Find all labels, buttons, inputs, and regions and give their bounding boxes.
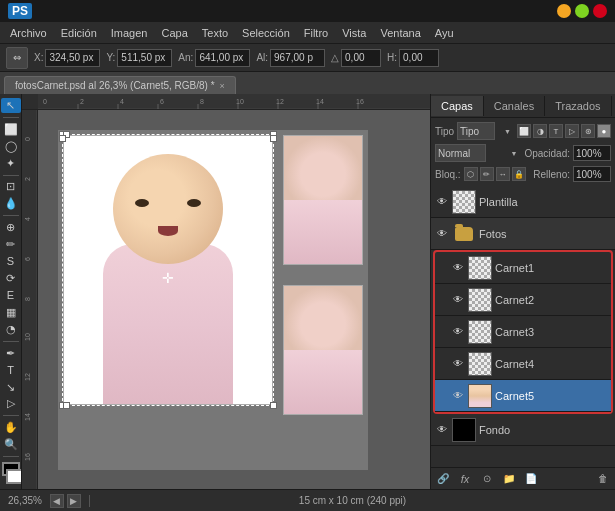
panel-more-button[interactable]: » (612, 96, 615, 115)
tool-brush[interactable]: ✏ (1, 237, 21, 252)
tool-crop[interactable]: ⊡ (1, 179, 21, 194)
layer-item[interactable]: 👁Carnet5 (435, 380, 611, 412)
ruler-top: 0 2 4 6 8 10 12 14 16 (22, 94, 430, 110)
new-group-button[interactable]: 📁 (501, 471, 517, 487)
svg-text:14: 14 (24, 413, 31, 421)
opacity-input[interactable] (573, 145, 611, 161)
tool-zoom[interactable]: 🔍 (1, 437, 21, 452)
menu-item-capa[interactable]: Capa (155, 25, 193, 41)
svg-text:16: 16 (24, 453, 31, 461)
layer-item[interactable]: 👁Fondo (431, 414, 615, 446)
layer-visibility-icon[interactable]: 👁 (435, 423, 449, 437)
maximize-button[interactable] (575, 4, 589, 18)
menu-item-ayu[interactable]: Ayu (429, 25, 460, 41)
layer-visibility-icon[interactable]: 👁 (435, 195, 449, 209)
layer-item[interactable]: 👁Carnet3 (435, 316, 611, 348)
zoom-arrow-left[interactable]: ◀ (50, 494, 64, 508)
background-color[interactable] (6, 469, 22, 483)
tool-shape[interactable]: ▷ (1, 397, 21, 412)
layer-visibility-icon[interactable]: 👁 (451, 357, 465, 371)
menu-item-ventana[interactable]: Ventana (374, 25, 426, 41)
menu-item-filtro[interactable]: Filtro (298, 25, 334, 41)
y-input[interactable] (117, 49, 172, 67)
layer-visibility-icon[interactable]: 👁 (435, 227, 449, 241)
ps-logo: PS (8, 3, 32, 19)
w-input[interactable] (195, 49, 250, 67)
minimize-button[interactable] (557, 4, 571, 18)
tool-hand[interactable]: ✋ (1, 420, 21, 435)
layer-visibility-icon[interactable]: 👁 (451, 261, 465, 275)
tool-gradient[interactable]: ▦ (1, 305, 21, 320)
menu-item-selección[interactable]: Selección (236, 25, 296, 41)
menu-item-edición[interactable]: Edición (55, 25, 103, 41)
layer-item[interactable]: 👁Plantilla (431, 186, 615, 218)
tab-paths[interactable]: Trazados (545, 96, 611, 116)
tab-layers[interactable]: Capas (431, 96, 484, 116)
layer-visibility-icon[interactable]: 👁 (451, 293, 465, 307)
tool-marquee[interactable]: ⬜ (1, 122, 21, 137)
menu-item-texto[interactable]: Texto (196, 25, 234, 41)
tool-path[interactable]: ↘ (1, 380, 21, 395)
tool-lasso[interactable]: ◯ (1, 139, 21, 154)
link-layers-button[interactable]: 🔗 (435, 471, 451, 487)
move-tool-icon[interactable]: ⇔ (6, 47, 28, 69)
blend-mode-select[interactable]: Normal (435, 144, 486, 162)
tool-move[interactable]: ↖ (1, 98, 21, 113)
new-layer-button[interactable]: 📄 (523, 471, 539, 487)
menu-item-archivo[interactable]: Archivo (4, 25, 53, 41)
filter-pixel-icon[interactable]: ⬜ (517, 124, 531, 138)
x-input[interactable] (45, 49, 100, 67)
filter-type-icon[interactable]: T (549, 124, 563, 138)
svg-text:8: 8 (24, 297, 31, 301)
tool-magic[interactable]: ✦ (1, 156, 21, 171)
menu-item-vista[interactable]: Vista (336, 25, 372, 41)
baby-mouth (158, 226, 178, 236)
tab-channels[interactable]: Canales (484, 96, 545, 116)
lock-transparent-icon[interactable]: ⬡ (464, 167, 478, 181)
type-select[interactable]: Tipo (457, 122, 495, 140)
tool-eraser[interactable]: E (1, 288, 21, 303)
tool-heal[interactable]: ⊕ (1, 220, 21, 235)
y-label: Y: (106, 52, 115, 63)
layer-item[interactable]: 👁Carnet2 (435, 284, 611, 316)
lock-all-icon[interactable]: 🔒 (512, 167, 526, 181)
layer-visibility-icon[interactable]: 👁 (451, 389, 465, 403)
tab-close-icon[interactable]: × (220, 81, 225, 91)
tool-separator-4 (3, 341, 19, 342)
fx-button[interactable]: fx (457, 471, 473, 487)
tool-dodge[interactable]: ◔ (1, 322, 21, 337)
main-layout: ↖ ⬜ ◯ ✦ ⊡ 💧 ⊕ ✏ S ⟳ E ▦ ◔ ✒ T ↘ ▷ ✋ 🔍 (0, 94, 615, 489)
lock-brush-icon[interactable]: ✏ (480, 167, 494, 181)
filter-toggle[interactable]: ● (597, 124, 611, 138)
tool-text[interactable]: T (1, 363, 21, 378)
layer-visibility-icon[interactable]: 👁 (451, 325, 465, 339)
menu-item-imagen[interactable]: Imagen (105, 25, 154, 41)
filter-adjust-icon[interactable]: ◑ (533, 124, 547, 138)
angle-input[interactable] (341, 49, 381, 67)
delete-layer-button[interactable]: 🗑 (595, 471, 611, 487)
filter-smart-icon[interactable]: ⊛ (581, 124, 595, 138)
tool-history[interactable]: ⟳ (1, 271, 21, 286)
zoom-level: 26,35% (8, 495, 42, 506)
tool-separator-1 (3, 117, 19, 118)
document-tab[interactable]: fotosCarnet.psd al 26,3% (Carnet5, RGB/8… (4, 76, 236, 94)
layer-thumbnail (452, 418, 476, 442)
fill-row: Relleno: (533, 166, 611, 182)
close-button[interactable] (593, 4, 607, 18)
lock-position-icon[interactable]: ↔ (496, 167, 510, 181)
h-input[interactable] (270, 49, 325, 67)
fill-input[interactable] (573, 166, 611, 182)
canvas-content[interactable]: ✛ (38, 110, 430, 489)
tool-clone[interactable]: S (1, 254, 21, 269)
layer-item[interactable]: 👁Carnet4 (435, 348, 611, 380)
zoom-arrow-right[interactable]: ▶ (67, 494, 81, 508)
h2-input[interactable] (399, 49, 439, 67)
filter-shape-icon[interactable]: ▷ (565, 124, 579, 138)
lock-label: Bloq.: (435, 169, 461, 180)
layer-name-label: Carnet5 (495, 390, 607, 402)
add-mask-button[interactable]: ⊙ (479, 471, 495, 487)
layer-item[interactable]: 👁Carnet1 (435, 252, 611, 284)
tool-eyedrop[interactable]: 💧 (1, 196, 21, 211)
layer-item[interactable]: 👁Fotos (431, 218, 615, 250)
tool-pen[interactable]: ✒ (1, 346, 21, 361)
